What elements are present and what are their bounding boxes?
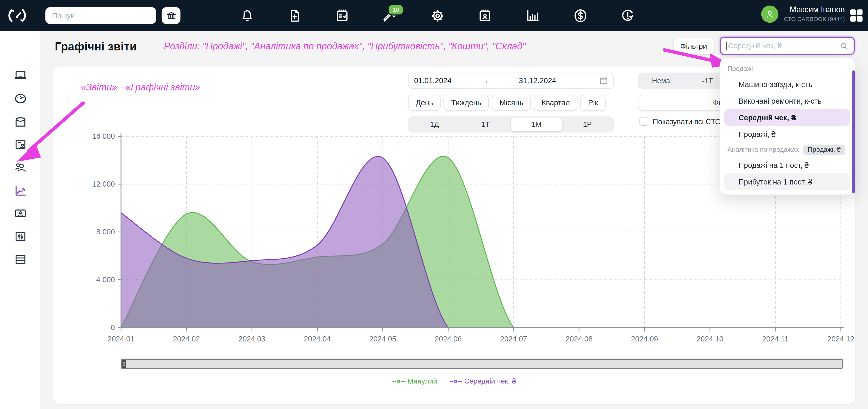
svg-text:2024.03: 2024.03 <box>238 335 265 343</box>
svg-text:0: 0 <box>111 323 115 331</box>
show-all-sto-checkbox[interactable] <box>639 117 648 126</box>
date-arrow: → <box>452 77 519 85</box>
header-icon-row: 10 <box>239 0 636 31</box>
text-cursor <box>726 41 727 50</box>
zoom-1d[interactable]: 1Д <box>409 117 460 131</box>
bank-icon <box>166 11 176 20</box>
granularity-quarter[interactable]: Квартал <box>534 95 578 111</box>
app-window: 10 Максим Іванов СТО <box>0 0 868 409</box>
file-plus-icon <box>288 8 301 22</box>
svg-text:2024.07: 2024.07 <box>500 335 527 343</box>
legend-item-previous[interactable]: Минулий <box>393 377 437 385</box>
dropdown-item[interactable]: Середній чек, ₴ <box>724 109 850 126</box>
legend-marker-icon <box>449 378 462 384</box>
svg-text:8 000: 8 000 <box>96 228 115 236</box>
zoom-preset-segmented: 1Д 1Т 1М 1Р <box>408 116 614 133</box>
apps-grid-icon[interactable] <box>850 9 863 22</box>
legend-marker-icon <box>393 378 405 384</box>
annotation-sections: Розділи: "Продажі", "Аналітика по продаж… <box>164 41 526 52</box>
svg-text:2024.10: 2024.10 <box>696 335 723 343</box>
avatar <box>761 5 778 23</box>
search-input[interactable] <box>51 11 151 20</box>
settings-button[interactable] <box>430 8 445 23</box>
tasks-calendar-button[interactable] <box>334 8 350 23</box>
chart-range-scrollbar[interactable] <box>121 358 843 369</box>
repairs-count-badge: 10 <box>388 4 404 15</box>
dropdown-item[interactable]: Продажі на 1 пост, ₴ <box>724 157 850 174</box>
statistics-button[interactable] <box>525 8 540 23</box>
svg-text:2024.09: 2024.09 <box>631 335 658 343</box>
granularity-week[interactable]: Тиждень <box>444 95 489 111</box>
compare-segmented: Нема -1Т <box>638 72 731 89</box>
gear-icon <box>430 8 445 23</box>
zoom-1w[interactable]: 1Т <box>460 117 511 131</box>
sidebar-item-reports[interactable] <box>14 184 27 197</box>
repairs-button[interactable]: 10 <box>382 8 398 23</box>
svg-text:2024.08: 2024.08 <box>566 335 593 343</box>
dropdown-item[interactable]: Машино-заїзди, к-сть <box>724 76 850 92</box>
finance-button[interactable] <box>572 8 588 23</box>
date-from[interactable]: 01.01.2024 <box>414 77 452 85</box>
dropdown-item[interactable]: Прибуток на 1 пост, ₴ <box>724 174 850 190</box>
show-all-sto-row: Показувати всі СТО <box>639 117 721 126</box>
svg-text:2024.02: 2024.02 <box>173 335 200 343</box>
compare-none[interactable]: Нема <box>638 77 684 85</box>
date-to[interactable]: 31.12.2024 <box>519 77 599 85</box>
granularity-row: День Тиждень Місяць Квартал Рік <box>408 95 606 111</box>
svg-text:2024.05: 2024.05 <box>369 335 396 343</box>
range-left-handle[interactable] <box>122 360 126 368</box>
svg-text:2024.12: 2024.12 <box>827 335 854 343</box>
metric-dropdown: ПродажіМашино-заїзди, к-стьВиконані ремо… <box>720 58 855 195</box>
svg-text:4 000: 4 000 <box>96 275 115 284</box>
left-sidebar <box>0 31 41 409</box>
svg-text:2024.04: 2024.04 <box>304 335 331 343</box>
zoom-1y[interactable]: 1Р <box>562 117 613 131</box>
granularity-day[interactable]: День <box>408 95 441 111</box>
granularity-month[interactable]: Місяць <box>492 95 531 111</box>
sidebar-item-warehouse[interactable] <box>14 253 27 266</box>
sidebar-item-schedule[interactable] <box>14 207 27 220</box>
metric-select[interactable]: Середній чек, ₴ <box>720 37 855 55</box>
dropdown-item[interactable]: Виконані ремонти, к-сть <box>724 92 850 109</box>
svg-text:2024.11: 2024.11 <box>762 335 788 343</box>
dropdown-scrollbar[interactable] <box>852 70 855 193</box>
calendar-person-icon <box>478 8 492 23</box>
dropdown-item[interactable]: Продажі, ₴ <box>724 126 850 142</box>
sidebar-item-dashboard[interactable] <box>14 92 27 105</box>
dollar-circle-icon <box>572 8 588 23</box>
filters-button[interactable]: Фільтри <box>673 38 714 55</box>
sidebar-item-workstation[interactable] <box>14 68 27 82</box>
sidebar-item-orders[interactable] <box>14 115 27 128</box>
calendar-check-icon <box>335 8 349 23</box>
app-logo-icon[interactable] <box>7 5 28 26</box>
svg-text:12 000: 12 000 <box>92 180 115 188</box>
top-header: 10 Максим Іванов СТО <box>0 0 868 31</box>
sidebar-item-clients[interactable] <box>14 161 27 174</box>
chart-legend: Минулий Середній чек, ₴ <box>53 377 855 385</box>
branch-select-button[interactable] <box>162 7 181 24</box>
notifications-button[interactable] <box>239 8 255 23</box>
user-menu[interactable]: Максим Іванов СТО CARBOOK (9444) <box>761 4 845 23</box>
sidebar-item-documents[interactable] <box>14 138 27 151</box>
global-search[interactable] <box>45 7 156 24</box>
staff-schedule-button[interactable] <box>477 8 493 23</box>
secondary-filters-button[interactable]: Філ <box>638 95 731 111</box>
zoom-1m[interactable]: 1М <box>511 117 562 131</box>
annotation-navigation: «Звіти» - «Графічні звіти» <box>81 82 200 93</box>
new-document-button[interactable] <box>287 8 302 23</box>
user-name: Максим Іванов <box>784 4 845 15</box>
sidebar-item-integrations[interactable] <box>14 230 27 243</box>
granularity-year[interactable]: Рік <box>580 95 606 111</box>
show-all-sto-label: Показувати всі СТО <box>653 117 721 125</box>
svg-text:16 000: 16 000 <box>92 132 115 140</box>
dropdown-group-label: Продажі <box>720 62 855 76</box>
dropdown-group-badge: Продажі, ₴ <box>803 144 845 155</box>
date-range-input[interactable]: 01.01.2024 → 31.12.2024 <box>408 72 614 89</box>
metric-select-placeholder: Середній чек, ₴ <box>728 41 840 50</box>
review-alerts-button[interactable] <box>620 8 636 23</box>
page-title: Графічні звіти <box>55 40 137 53</box>
legend-item-avg-check[interactable]: Середній чек, ₴ <box>449 377 516 385</box>
search-icon <box>840 42 848 50</box>
bar-chart-icon <box>525 8 540 23</box>
svg-text:2024.01: 2024.01 <box>107 335 134 343</box>
